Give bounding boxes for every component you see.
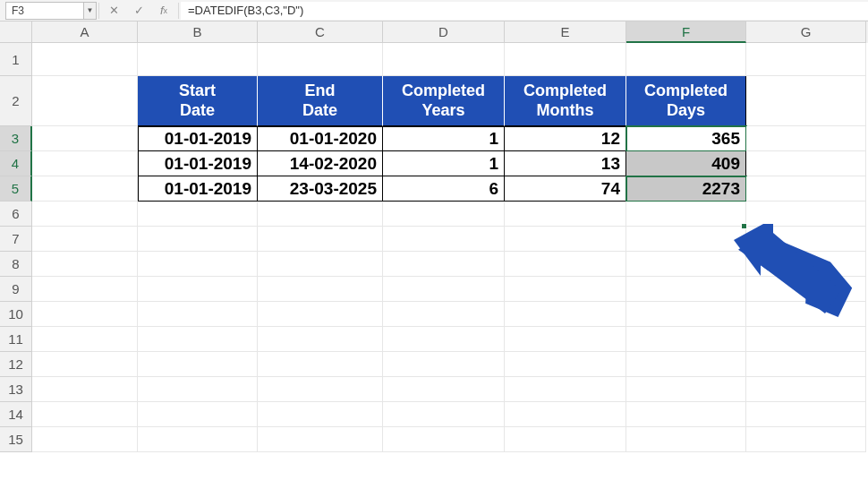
cell-F7[interactable] (626, 227, 746, 252)
cell-C9[interactable] (258, 277, 383, 302)
cell-C4[interactable]: 14-02-2020 (258, 151, 383, 176)
cell-G2[interactable] (746, 76, 866, 126)
cell-C12[interactable] (258, 352, 383, 377)
cell-F3[interactable]: 365 (626, 126, 746, 151)
cell-G4[interactable] (746, 151, 866, 176)
cell-A9[interactable] (32, 277, 138, 302)
cell-B15[interactable] (138, 427, 258, 452)
cell-D7[interactable] (383, 227, 505, 252)
cell-F14[interactable] (626, 402, 746, 427)
cell-C6[interactable] (258, 202, 383, 227)
cell-F12[interactable] (626, 352, 746, 377)
cell-A14[interactable] (32, 402, 138, 427)
column-header-E[interactable]: E (505, 21, 626, 43)
cell-D3[interactable]: 1 (383, 126, 505, 151)
cell-D4[interactable]: 1 (383, 151, 505, 176)
cell-A13[interactable] (32, 377, 138, 402)
cell-B11[interactable] (138, 327, 258, 352)
cell-G12[interactable] (746, 352, 866, 377)
column-header-F[interactable]: F (626, 21, 746, 43)
cell-D11[interactable] (383, 327, 505, 352)
cell-G1[interactable] (746, 43, 866, 76)
row-header-9[interactable]: 9 (0, 277, 32, 302)
cell-F15[interactable] (626, 427, 746, 452)
row-header-5[interactable]: 5 (0, 176, 32, 202)
row-header-8[interactable]: 8 (0, 252, 32, 277)
cell-D13[interactable] (383, 377, 505, 402)
row-header-11[interactable]: 11 (0, 327, 32, 352)
cell-C8[interactable] (258, 252, 383, 277)
cell-B4[interactable]: 01-01-2019 (138, 151, 258, 176)
formula-input[interactable]: =DATEDIF(B3,C3,"D") (181, 2, 868, 20)
cell-E7[interactable] (505, 227, 626, 252)
cell-C14[interactable] (258, 402, 383, 427)
cell-E8[interactable] (505, 252, 626, 277)
cell-C10[interactable] (258, 302, 383, 327)
cell-E11[interactable] (505, 327, 626, 352)
accept-formula-icon[interactable]: ✓ (126, 2, 151, 20)
header-completed-days[interactable]: CompletedDays (626, 76, 746, 126)
cell-F11[interactable] (626, 327, 746, 352)
column-header-C[interactable]: C (258, 21, 383, 43)
cell-C15[interactable] (258, 427, 383, 452)
cell-B10[interactable] (138, 302, 258, 327)
cell-G10[interactable] (746, 302, 866, 327)
cell-A11[interactable] (32, 327, 138, 352)
cell-B8[interactable] (138, 252, 258, 277)
cell-D15[interactable] (383, 427, 505, 452)
cell-A4[interactable] (32, 151, 138, 176)
cell-B5[interactable]: 01-01-2019 (138, 176, 258, 202)
cell-G5[interactable] (746, 176, 866, 202)
cell-G7[interactable] (746, 227, 866, 252)
row-header-2[interactable]: 2 (0, 76, 32, 126)
cell-G13[interactable] (746, 377, 866, 402)
cell-F1[interactable] (626, 43, 746, 76)
cell-D14[interactable] (383, 402, 505, 427)
cell-C7[interactable] (258, 227, 383, 252)
cell-D8[interactable] (383, 252, 505, 277)
cell-C3[interactable]: 01-01-2020 (258, 126, 383, 151)
row-header-4[interactable]: 4 (0, 151, 32, 176)
cell-E5[interactable]: 74 (505, 176, 626, 202)
cell-G15[interactable] (746, 427, 866, 452)
cell-A3[interactable] (32, 126, 138, 151)
header-start-date[interactable]: StartDate (138, 76, 258, 126)
cell-E4[interactable]: 13 (505, 151, 626, 176)
header-completed-years[interactable]: CompletedYears (383, 76, 505, 126)
cell-A12[interactable] (32, 352, 138, 377)
row-header-12[interactable]: 12 (0, 352, 32, 377)
cell-E15[interactable] (505, 427, 626, 452)
cell-E1[interactable] (505, 43, 626, 76)
cell-A15[interactable] (32, 427, 138, 452)
cell-G11[interactable] (746, 327, 866, 352)
cell-F10[interactable] (626, 302, 746, 327)
cell-B14[interactable] (138, 402, 258, 427)
cell-E9[interactable] (505, 277, 626, 302)
name-box-dropdown-icon[interactable]: ▼ (84, 2, 97, 20)
cell-C13[interactable] (258, 377, 383, 402)
cell-A6[interactable] (32, 202, 138, 227)
cell-F4[interactable]: 409 (626, 151, 746, 176)
insert-function-icon[interactable]: fx (151, 2, 176, 20)
header-end-date[interactable]: EndDate (258, 76, 383, 126)
cell-B9[interactable] (138, 277, 258, 302)
cell-E10[interactable] (505, 302, 626, 327)
row-header-1[interactable]: 1 (0, 43, 32, 76)
column-header-B[interactable]: B (138, 21, 258, 43)
cell-D1[interactable] (383, 43, 505, 76)
cell-D5[interactable]: 6 (383, 176, 505, 202)
cell-D6[interactable] (383, 202, 505, 227)
cell-B12[interactable] (138, 352, 258, 377)
cell-F13[interactable] (626, 377, 746, 402)
row-header-6[interactable]: 6 (0, 202, 32, 227)
cell-C1[interactable] (258, 43, 383, 76)
cell-G6[interactable] (746, 202, 866, 227)
row-header-10[interactable]: 10 (0, 302, 32, 327)
cell-C5[interactable]: 23-03-2025 (258, 176, 383, 202)
cell-D10[interactable] (383, 302, 505, 327)
cell-E6[interactable] (505, 202, 626, 227)
fill-handle[interactable] (741, 223, 747, 229)
cell-G14[interactable] (746, 402, 866, 427)
cell-E13[interactable] (505, 377, 626, 402)
cell-A10[interactable] (32, 302, 138, 327)
